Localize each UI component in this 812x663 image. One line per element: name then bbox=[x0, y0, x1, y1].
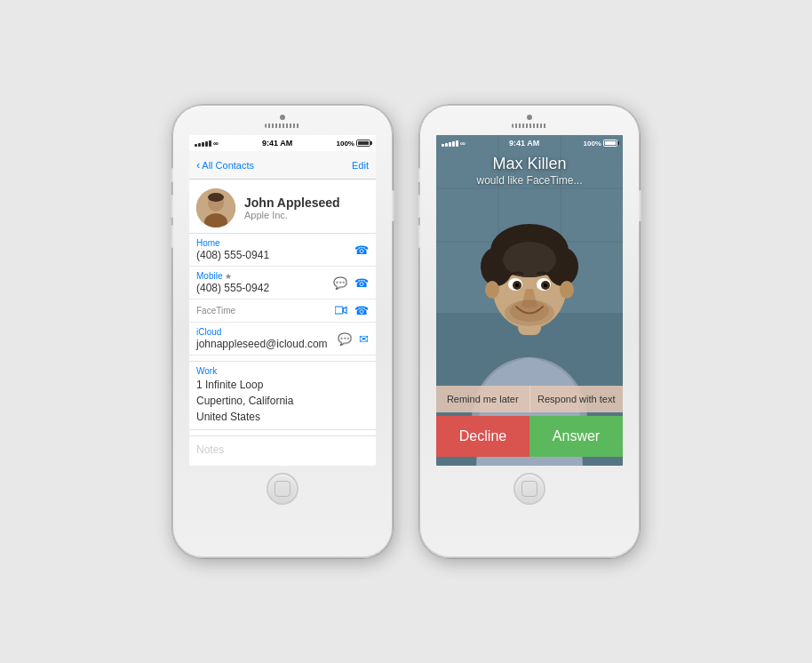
caller-name: Max Killen bbox=[436, 155, 623, 173]
contacts-screen: ∞ 9:41 AM 100% ‹ All Contacts Edit bbox=[189, 135, 376, 466]
call-action-buttons: Remind me later Respond with text bbox=[436, 386, 623, 412]
mute-switch bbox=[171, 168, 173, 182]
ft-status-left: ∞ bbox=[442, 140, 466, 148]
svg-rect-4 bbox=[335, 307, 343, 314]
svg-point-26 bbox=[544, 284, 547, 287]
message-icon-2[interactable]: 💬 bbox=[338, 332, 352, 346]
caller-subtitle: would like FaceTime... bbox=[436, 174, 623, 187]
signal-dot-1 bbox=[195, 144, 197, 147]
contact-section: Home (408) 555-0941 ☎ Mobile ★ (408) 555… bbox=[189, 234, 376, 355]
decline-button[interactable]: Decline bbox=[436, 416, 529, 457]
phones-container: ∞ 9:41 AM 100% ‹ All Contacts Edit bbox=[155, 87, 657, 576]
avatar-face bbox=[196, 188, 235, 228]
ft-signal-strength bbox=[442, 140, 458, 147]
address-line-1: 1 Infinite Loop bbox=[196, 377, 293, 393]
facetime-status-bar-container: ∞ 9:41 AM 100% bbox=[436, 135, 623, 151]
contact-info: John Appleseed Apple Inc. bbox=[244, 196, 340, 220]
ft-battery-fill bbox=[605, 141, 616, 145]
power-button bbox=[392, 190, 394, 221]
star-icon: ★ bbox=[225, 272, 232, 281]
ft-signal-dot-1 bbox=[442, 144, 444, 147]
ft-status-time: 9:41 AM bbox=[509, 139, 539, 148]
phone-icon-3[interactable]: ☎ bbox=[354, 304, 369, 317]
address-section: Work 1 Infinite Loop Cupertino, Californ… bbox=[189, 361, 376, 430]
status-left: ∞ bbox=[195, 140, 219, 148]
avatar bbox=[196, 188, 235, 228]
address-row: Work 1 Infinite Loop Cupertino, Californ… bbox=[189, 362, 376, 429]
answer-button[interactable]: Answer bbox=[529, 416, 623, 457]
earpiece-speaker bbox=[265, 124, 300, 128]
volume-up-button bbox=[171, 195, 173, 218]
facetime-row: FaceTime ☎ bbox=[189, 300, 376, 323]
svg-point-18 bbox=[503, 242, 556, 277]
iphone-top bbox=[173, 106, 392, 128]
svg-point-28 bbox=[505, 300, 554, 326]
work-label: Work bbox=[196, 366, 293, 376]
ft-battery-percent: 100% bbox=[584, 140, 601, 148]
facetime-call-screen: ∞ 9:41 AM 100% bbox=[436, 135, 623, 466]
signal-dot-4 bbox=[205, 141, 208, 147]
facetime-label: FaceTime bbox=[196, 306, 335, 316]
remind-later-button[interactable]: Remind me later bbox=[436, 386, 530, 412]
ft-wifi-icon: ∞ bbox=[460, 140, 466, 148]
home-phone-row: Home (408) 555-0941 ☎ bbox=[189, 234, 376, 267]
status-bar: ∞ 9:41 AM 100% bbox=[189, 135, 376, 151]
edit-button[interactable]: Edit bbox=[352, 160, 369, 171]
mobile-label: Mobile ★ bbox=[196, 271, 333, 281]
battery-fill bbox=[358, 141, 369, 145]
phone-icon-2[interactable]: ☎ bbox=[354, 276, 369, 290]
volume-down-button bbox=[171, 225, 173, 248]
icloud-row: iCloud johnappleseed@icloud.com 💬 ✉ bbox=[189, 323, 376, 355]
signal-dot-2 bbox=[198, 143, 201, 147]
respond-with-text-button[interactable]: Respond with text bbox=[530, 386, 624, 412]
status-time: 9:41 AM bbox=[262, 139, 292, 148]
battery-icon bbox=[356, 140, 370, 147]
svg-point-20 bbox=[560, 281, 574, 299]
notes-section[interactable]: Notes bbox=[189, 435, 376, 463]
iphone-top-2 bbox=[420, 106, 639, 128]
contact-name: John Appleseed bbox=[244, 196, 340, 210]
call-main-buttons: Decline Answer bbox=[436, 416, 623, 457]
back-button[interactable]: ‹ All Contacts bbox=[196, 158, 254, 172]
iphone-contacts: ∞ 9:41 AM 100% ‹ All Contacts Edit bbox=[172, 105, 393, 558]
mobile-phone-row: Mobile ★ (408) 555-0942 💬 ☎ bbox=[189, 267, 376, 300]
svg-point-3 bbox=[208, 193, 224, 202]
status-right: 100% bbox=[337, 140, 370, 148]
wifi-icon: ∞ bbox=[213, 140, 219, 148]
contact-profile: John Appleseed Apple Inc. bbox=[189, 180, 376, 234]
ft-signal-dot-5 bbox=[456, 140, 458, 147]
power-button-2 bbox=[639, 190, 641, 221]
ft-signal-dot-2 bbox=[445, 143, 448, 147]
mail-icon[interactable]: ✉ bbox=[359, 332, 369, 346]
ft-battery-icon bbox=[603, 140, 617, 147]
earpiece-speaker-2 bbox=[512, 124, 547, 128]
home-phone-value: (408) 555-0941 bbox=[196, 249, 354, 261]
contact-company: Apple Inc. bbox=[244, 210, 340, 220]
phone-icon[interactable]: ☎ bbox=[354, 244, 369, 257]
address-line-2: Cupertino, California bbox=[196, 393, 293, 409]
volume-down-button-2 bbox=[418, 225, 420, 248]
home-button[interactable] bbox=[267, 473, 299, 505]
ft-signal-dot-3 bbox=[449, 142, 451, 147]
address-lines: 1 Infinite Loop Cupertino, California Un… bbox=[196, 377, 293, 425]
home-label: Home bbox=[196, 238, 354, 248]
iphone-facetime: ∞ 9:41 AM 100% bbox=[419, 105, 640, 558]
message-icon[interactable]: 💬 bbox=[333, 276, 347, 290]
video-icon[interactable] bbox=[335, 304, 347, 317]
back-label: All Contacts bbox=[202, 160, 254, 171]
battery-percent: 100% bbox=[337, 140, 354, 148]
mute-switch-2 bbox=[418, 168, 420, 182]
mobile-phone-value: (408) 555-0942 bbox=[196, 282, 333, 294]
signal-dot-5 bbox=[209, 140, 211, 147]
facetime-status-bar: ∞ 9:41 AM 100% bbox=[436, 135, 623, 151]
home-button-inner bbox=[275, 481, 291, 497]
notes-placeholder: Notes bbox=[189, 436, 376, 463]
volume-up-button-2 bbox=[418, 195, 420, 218]
address-line-3: United States bbox=[196, 409, 293, 425]
icloud-email-value: johnappleseed@icloud.com bbox=[196, 338, 338, 350]
signal-strength bbox=[195, 140, 211, 147]
ft-signal-dot-4 bbox=[452, 141, 455, 147]
home-button-2[interactable] bbox=[513, 473, 545, 505]
facetime-background: ∞ 9:41 AM 100% bbox=[436, 135, 623, 466]
svg-point-25 bbox=[515, 284, 519, 287]
